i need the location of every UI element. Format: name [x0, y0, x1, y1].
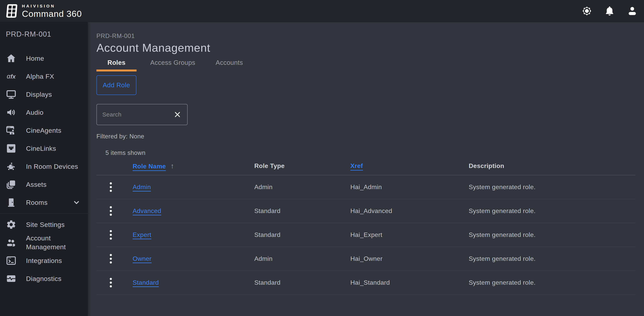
settings-brightness-icon — [581, 5, 592, 17]
table-row: Admin Admin Hai_Admin System generated r… — [96, 175, 636, 199]
sidebar-item-audio[interactable]: Audio — [0, 103, 88, 121]
sidebar-divider — [0, 213, 88, 214]
search-box — [96, 104, 188, 125]
brand-haivision: HAIVISION — [22, 4, 82, 8]
row-menu-kebab-icon[interactable] — [108, 253, 113, 265]
sidebar-site-label: PRD-RM-001 — [6, 30, 88, 39]
search-clear-button[interactable] — [173, 110, 182, 119]
xref-cell: Hai_Admin — [350, 183, 469, 191]
assets-icon — [6, 179, 17, 190]
tab-access-groups[interactable]: Access Groups — [144, 59, 202, 72]
sidebar-item-label: Alpha FX — [26, 72, 54, 81]
roles-table: Role Name↑ Role Type Xref Description Ad… — [96, 157, 636, 295]
description-cell: System generated role. — [469, 255, 636, 262]
tab-roles[interactable]: Roles — [96, 59, 136, 72]
role-type-cell: Standard — [254, 231, 350, 238]
role-name-link[interactable]: Admin — [133, 183, 151, 190]
sidebar-nav: Home αfx Alpha FX Displays — [0, 49, 88, 288]
sidebar-item-label: Audio — [26, 108, 44, 117]
top-bar: HAIVISION Command 360 — [0, 0, 644, 22]
sidebar-item-label: CineAgents — [26, 126, 62, 135]
sidebar-item-cineagents[interactable]: CineAgents — [0, 121, 88, 139]
xref-cell: Hai_Advanced — [350, 207, 469, 215]
column-header-role-type: Role Type — [254, 162, 350, 170]
sort-ascending-icon: ↑ — [170, 162, 174, 170]
column-header-role-name[interactable]: Role Name — [133, 163, 166, 170]
column-header-description: Description — [469, 162, 636, 170]
alpha-fx-icon: αfx — [6, 71, 17, 82]
sidebar-item-label: Home — [26, 54, 44, 63]
haivision-logo-icon — [6, 3, 18, 19]
cine-links-icon — [6, 143, 17, 154]
audio-icon — [6, 107, 17, 118]
row-menu-kebab-icon[interactable] — [108, 181, 113, 193]
sidebar-item-label: Assets — [26, 180, 46, 189]
site-settings-gear-icon — [6, 219, 17, 230]
cine-agents-icon — [6, 125, 17, 136]
sidebar-item-integrations[interactable]: Integrations — [0, 252, 88, 270]
brand-command-360: Command 360 — [22, 10, 82, 18]
row-menu-kebab-icon[interactable] — [108, 277, 113, 288]
brand-text: HAIVISION Command 360 — [22, 4, 82, 18]
page-title: Account Management — [96, 41, 636, 55]
sidebar: PRD-RM-001 Home αfx Alpha FX — [0, 22, 88, 316]
role-type-cell: Standard — [254, 207, 350, 215]
xref-cell: Hai_Expert — [350, 231, 469, 238]
main-content: PRD-RM-001 Account Management Roles Acce… — [88, 22, 644, 316]
description-cell: System generated role. — [469, 231, 636, 238]
account-management-users-icon — [6, 237, 17, 248]
sidebar-item-alpha-fx[interactable]: αfx Alpha FX — [0, 67, 88, 85]
chevron-down-icon — [72, 198, 81, 207]
user-profile-button[interactable] — [626, 5, 638, 17]
displays-icon — [6, 89, 17, 100]
role-name-link[interactable]: Advanced — [133, 207, 161, 214]
sidebar-item-label: Site Settings — [26, 220, 64, 229]
sidebar-item-home[interactable]: Home — [0, 49, 88, 67]
sidebar-item-cinelinks[interactable]: CineLinks — [0, 139, 88, 157]
body-row: PRD-RM-001 Home αfx Alpha FX — [0, 22, 644, 316]
close-icon — [174, 111, 181, 118]
user-profile-icon — [626, 5, 638, 17]
notifications-bell-icon — [604, 5, 615, 17]
role-type-cell: Admin — [254, 183, 350, 191]
sidebar-item-diagnostics[interactable]: Diagnostics — [0, 270, 88, 288]
sidebar-item-displays[interactable]: Displays — [0, 85, 88, 103]
sidebar-item-site-settings[interactable]: Site Settings — [0, 216, 88, 234]
sidebar-item-in-room-devices[interactable]: In Room Devices — [0, 157, 88, 175]
table-row: Standard Standard Hai_Standard System ge… — [96, 271, 636, 295]
sidebar-item-account-management[interactable]: Account Management — [0, 234, 88, 252]
diagnostics-pulse-icon — [6, 273, 17, 284]
add-role-button[interactable]: Add Role — [96, 75, 136, 95]
settings-brightness-button[interactable] — [581, 5, 593, 17]
items-shown-label: 5 items shown — [106, 149, 636, 157]
table-header-row: Role Name↑ Role Type Xref Description — [96, 157, 636, 175]
topbar-actions — [581, 5, 638, 17]
integrations-terminal-icon — [6, 255, 17, 266]
role-name-link[interactable]: Expert — [133, 231, 151, 238]
description-cell: System generated role. — [469, 207, 636, 215]
rooms-icon — [6, 197, 17, 208]
row-menu-kebab-icon[interactable] — [108, 205, 113, 217]
description-cell: System generated role. — [469, 183, 636, 191]
table-row: Advanced Standard Hai_Advanced System ge… — [96, 199, 636, 223]
sidebar-item-label: CineLinks — [26, 144, 56, 153]
sidebar-item-label: Account Management — [26, 234, 81, 251]
tab-bar: Roles Access Groups Accounts — [96, 59, 636, 72]
sidebar-item-assets[interactable]: Assets — [0, 175, 88, 193]
role-type-cell: Standard — [254, 279, 350, 286]
search-input[interactable] — [102, 111, 173, 118]
sidebar-item-label: Displays — [26, 90, 52, 99]
in-room-devices-icon — [6, 161, 17, 172]
app-window: HAIVISION Command 360 — [0, 0, 644, 316]
sidebar-item-label: Integrations — [26, 256, 62, 265]
role-name-link[interactable]: Standard — [133, 279, 159, 286]
xref-cell: Hai_Owner — [350, 255, 469, 262]
row-menu-kebab-icon[interactable] — [108, 229, 113, 241]
sidebar-item-rooms[interactable]: Rooms — [0, 193, 88, 211]
xref-cell: Hai_Standard — [350, 279, 469, 286]
description-cell: System generated role. — [469, 279, 636, 286]
tab-accounts[interactable]: Accounts — [209, 59, 250, 72]
role-name-link[interactable]: Owner — [133, 255, 152, 262]
column-header-xref[interactable]: Xref — [350, 162, 363, 169]
notifications-button[interactable] — [604, 5, 616, 17]
